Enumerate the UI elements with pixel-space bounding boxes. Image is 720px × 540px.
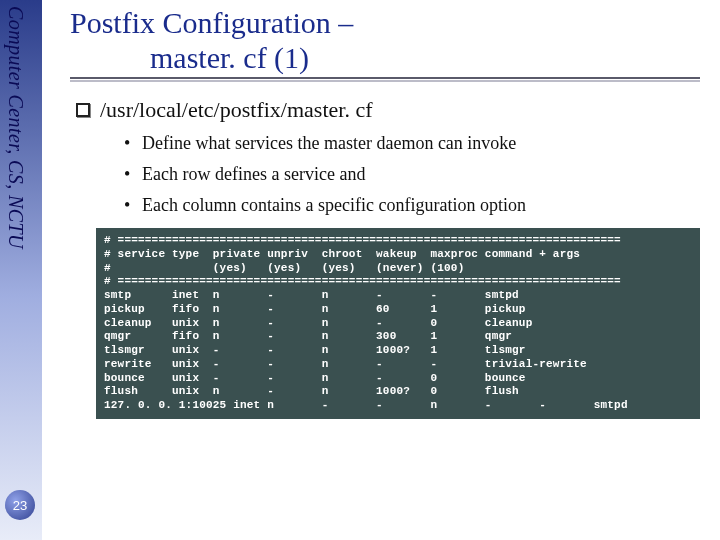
code-rule: # ======================================… [104, 275, 621, 287]
code-row: flush unix n - n 1000? 0 flush [104, 385, 519, 397]
bullet-list: Define what services the master daemon c… [124, 133, 700, 216]
title-line1: Postfix Configuration – [70, 6, 700, 41]
code-row: 127. 0. 0. 1:10025 inet n - - n - - smtp… [104, 399, 628, 411]
code-header2: # (yes) (yes) (yes) (never) (100) [104, 262, 464, 274]
heading-text: /usr/local/etc/postfix/master. cf [100, 97, 372, 123]
title-line2: master. cf (1) [70, 41, 700, 76]
heading-line: /usr/local/etc/postfix/master. cf [76, 97, 700, 123]
page-number-badge: 23 [5, 490, 35, 520]
slide-title: Postfix Configuration – master. cf (1) [70, 6, 700, 75]
code-row: pickup fifo n - n 60 1 pickup [104, 303, 526, 315]
code-row: cleanup unix n - n - 0 cleanup [104, 317, 532, 329]
slide-content: Postfix Configuration – master. cf (1) /… [70, 6, 700, 419]
code-row: rewrite unix - - n - - trivial-rewrite [104, 358, 587, 370]
sidebar: Computer Center, CS, NCTU [0, 0, 42, 540]
code-row: smtp inet n - n - - smtpd [104, 289, 519, 301]
sidebar-label: Computer Center, CS, NCTU [4, 6, 27, 249]
checkbox-bullet-icon [76, 103, 90, 117]
code-row: tlsmgr unix - - n 1000? 1 tlsmgr [104, 344, 526, 356]
code-block: # ======================================… [96, 228, 700, 419]
bullet-item: Each row defines a service and [124, 164, 700, 185]
code-rule: # ======================================… [104, 234, 621, 246]
code-row: bounce unix - - n - 0 bounce [104, 372, 526, 384]
bullet-item: Define what services the master daemon c… [124, 133, 700, 154]
title-underline [70, 77, 700, 79]
code-row: qmgr fifo n - n 300 1 qmgr [104, 330, 512, 342]
bullet-item: Each column contains a specific configur… [124, 195, 700, 216]
section: /usr/local/etc/postfix/master. cf Define… [76, 97, 700, 419]
code-header1: # service type private unpriv chroot wak… [104, 248, 580, 260]
